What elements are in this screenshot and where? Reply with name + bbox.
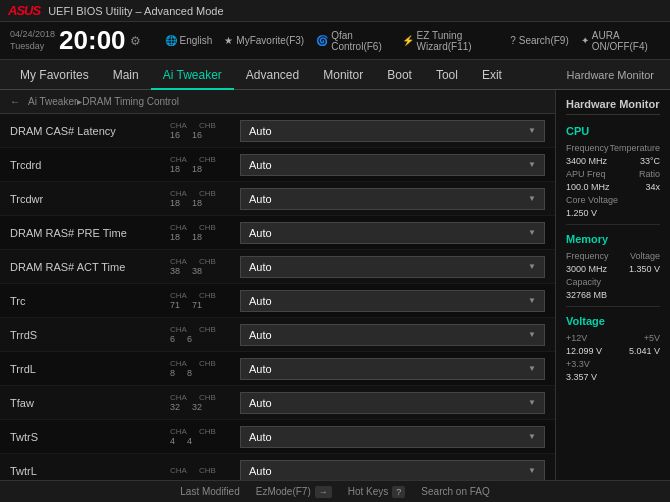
apu-freq-value: 100.0 MHz xyxy=(566,182,610,192)
hw-monitor-button[interactable]: Hardware Monitor xyxy=(559,69,662,81)
trrdl-label: TrrdL xyxy=(10,363,170,375)
memory-freq-row: Frequency Voltage xyxy=(566,251,660,261)
table-row: Trcdrd CHACHB 1818 Auto xyxy=(0,148,555,182)
table-row: TwtrS CHACHB 44 Auto xyxy=(0,420,555,454)
v12-value: 12.099 V xyxy=(566,346,602,356)
table-row: TwtrL CHACHB Auto xyxy=(0,454,555,480)
nav-monitor[interactable]: Monitor xyxy=(311,60,375,90)
core-voltage-value: 1.250 V xyxy=(566,208,597,218)
dram-cas-dropdown[interactable]: Auto xyxy=(240,120,545,142)
trcdrd-dropdown[interactable]: Auto xyxy=(240,154,545,176)
v33-value: 3.357 V xyxy=(566,372,597,382)
dram-table: DRAM CAS# Latency CHACHB 1616 Auto Trcdr… xyxy=(0,114,555,480)
datetime-bar: 04/24/2018 Tuesday 20:00 ⚙ 🌐 English ★ M… xyxy=(0,22,670,60)
v5-value: 5.041 V xyxy=(629,346,660,356)
trrds-dropdown[interactable]: Auto xyxy=(240,324,545,346)
bios-title: UEFI BIOS Utility – Advanced Mode xyxy=(48,5,223,17)
cpu-apu-value-row: 100.0 MHz 34x xyxy=(566,182,660,192)
v33-value-row: 3.357 V xyxy=(566,372,660,382)
trc-vals: CHACHB 7171 xyxy=(170,291,240,310)
memory-freq-value-row: 3000 MHz 1.350 V xyxy=(566,264,660,274)
nav-boot[interactable]: Boot xyxy=(375,60,424,90)
trrds-label: TrrdS xyxy=(10,329,170,341)
v33-row: +3.3V xyxy=(566,359,660,369)
trrdl-dropdown[interactable]: Auto xyxy=(240,358,545,380)
ez-mode-item[interactable]: EzMode(F7) → xyxy=(256,486,332,498)
twtrs-dropdown[interactable]: Auto xyxy=(240,426,545,448)
tfaw-dropdown[interactable]: Auto xyxy=(240,392,545,414)
hot-keys-item[interactable]: Hot Keys ? xyxy=(348,486,406,498)
gear-icon[interactable]: ⚙ xyxy=(130,34,141,48)
cpu-section-title: CPU xyxy=(566,125,660,137)
tool-qfan[interactable]: 🌀 Qfan Control(F6) xyxy=(316,30,389,52)
memory-section-title: Memory xyxy=(566,233,660,245)
trrdl-vals: CHACHB 88 xyxy=(170,359,240,378)
dram-ras-pre-label: DRAM RAS# PRE Time xyxy=(10,227,170,239)
memory-capacity-value-row: 32768 MB xyxy=(566,290,660,300)
hot-keys-key: ? xyxy=(392,486,405,498)
cpu-frequency-row: Frequency Temperature xyxy=(566,143,660,153)
time-display: 20:00 xyxy=(59,25,126,56)
hw-divider-1 xyxy=(566,224,660,225)
table-row: Tfaw CHACHB 3232 Auto xyxy=(0,386,555,420)
hw-monitor-title: Hardware Monitor xyxy=(566,98,660,115)
nav-bar: My Favorites Main Ai Tweaker Advanced Mo… xyxy=(0,60,670,90)
tool-aura[interactable]: ✦ AURA ON/OFF(F4) xyxy=(581,30,660,52)
v12-row: +12V +5V xyxy=(566,333,660,343)
top-bar: ASUS UEFI BIOS Utility – Advanced Mode xyxy=(0,0,670,22)
memory-capacity-label: Capacity xyxy=(566,277,601,287)
breadcrumb: ← Ai Tweaker▸DRAM Timing Control xyxy=(0,90,555,114)
bottom-bar: Last Modified EzMode(F7) → Hot Keys ? Se… xyxy=(0,480,670,502)
twtrl-label: TwtrL xyxy=(10,465,170,477)
nav-main[interactable]: Main xyxy=(101,60,151,90)
date-text: 04/24/2018 Tuesday xyxy=(10,29,55,52)
trc-dropdown[interactable]: Auto xyxy=(240,290,545,312)
dram-ras-pre-dropdown[interactable]: Auto xyxy=(240,222,545,244)
trcdrd-label: Trcdrd xyxy=(10,159,170,171)
cpu-apu-row: APU Freq Ratio xyxy=(566,169,660,179)
memory-voltage-label: Voltage xyxy=(630,251,660,261)
main-content: ← Ai Tweaker▸DRAM Timing Control DRAM CA… xyxy=(0,90,670,480)
dram-ras-act-dropdown[interactable]: Auto xyxy=(240,256,545,278)
dram-ras-act-label: DRAM RAS# ACT Time xyxy=(10,261,170,273)
ratio-value: 34x xyxy=(645,182,660,192)
cpu-frequency-value: 3400 MHz xyxy=(566,156,607,166)
v12-value-row: 12.099 V 5.041 V xyxy=(566,346,660,356)
ratio-label: Ratio xyxy=(639,169,660,179)
dram-ras-act-vals: CHACHB 3838 xyxy=(170,257,240,276)
tfaw-vals: CHACHB 3232 xyxy=(170,393,240,412)
back-arrow-icon[interactable]: ← xyxy=(10,96,20,107)
table-row: DRAM CAS# Latency CHACHB 1616 Auto xyxy=(0,114,555,148)
nav-tool[interactable]: Tool xyxy=(424,60,470,90)
trcdwr-dropdown[interactable]: Auto xyxy=(240,188,545,210)
last-modified-label: Last Modified xyxy=(180,486,239,497)
table-row: DRAM RAS# ACT Time CHACHB 3838 Auto xyxy=(0,250,555,284)
cpu-temperature-label: Temperature xyxy=(609,143,660,153)
twtrs-label: TwtrS xyxy=(10,431,170,443)
nav-exit[interactable]: Exit xyxy=(470,60,514,90)
memory-voltage-value: 1.350 V xyxy=(629,264,660,274)
tfaw-label: Tfaw xyxy=(10,397,170,409)
nav-ai-tweaker[interactable]: Ai Tweaker xyxy=(151,60,234,90)
right-panel: Hardware Monitor CPU Frequency Temperatu… xyxy=(555,90,670,480)
tool-english[interactable]: 🌐 English xyxy=(165,35,213,46)
left-panel: ← Ai Tweaker▸DRAM Timing Control DRAM CA… xyxy=(0,90,555,480)
table-row: Trc CHACHB 7171 Auto xyxy=(0,284,555,318)
table-row: Trcdwr CHACHB 1818 Auto xyxy=(0,182,555,216)
twtrs-vals: CHACHB 44 xyxy=(170,427,240,446)
dram-ras-pre-vals: CHACHB 1818 xyxy=(170,223,240,242)
v33-label: +3.3V xyxy=(566,359,590,369)
nav-advanced[interactable]: Advanced xyxy=(234,60,311,90)
datetime-block: 04/24/2018 Tuesday 20:00 ⚙ xyxy=(10,25,141,56)
search-faq-item[interactable]: Search on FAQ xyxy=(421,486,489,497)
tool-search[interactable]: ? Search(F9) xyxy=(510,35,569,46)
tool-myfavorite[interactable]: ★ MyFavorite(F3) xyxy=(224,35,304,46)
last-modified-item: Last Modified xyxy=(180,486,239,497)
top-tools: 🌐 English ★ MyFavorite(F3) 🌀 Qfan Contro… xyxy=(165,30,660,52)
nav-my-favorites[interactable]: My Favorites xyxy=(8,60,101,90)
memory-frequency-value: 3000 MHz xyxy=(566,264,607,274)
dram-cas-label: DRAM CAS# Latency xyxy=(10,125,170,137)
tool-ez-tuning[interactable]: ⚡ EZ Tuning Wizard(F11) xyxy=(402,30,499,52)
core-voltage-value-row: 1.250 V xyxy=(566,208,660,218)
twtrl-dropdown[interactable]: Auto xyxy=(240,460,545,481)
